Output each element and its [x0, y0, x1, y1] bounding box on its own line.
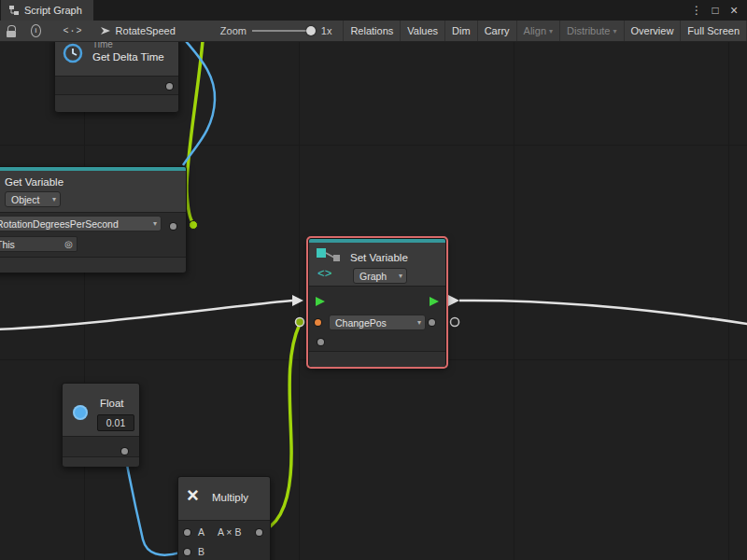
value-out-bubble[interactable]	[451, 318, 459, 327]
wire-blue-top[interactable]	[183, 41, 215, 165]
chevron-down-icon: ▾	[148, 219, 157, 228]
zoom-slider-track	[252, 30, 314, 32]
multiply-input-a-port[interactable]	[184, 529, 190, 536]
chevron-down-icon: ▾	[613, 21, 617, 41]
node-header: Get Variable Object ▾	[0, 171, 186, 213]
maximize-icon[interactable]: □	[708, 1, 723, 20]
fallback-input-port[interactable]	[317, 339, 324, 345]
relations-button[interactable]: Relations	[343, 21, 400, 41]
lime-wire-endpoint[interactable]	[190, 221, 198, 230]
tab-title: Script Graph	[24, 5, 82, 16]
scope-value: Graph	[359, 271, 387, 282]
values-button[interactable]: Values	[400, 21, 444, 41]
float-value-input[interactable]	[97, 414, 134, 431]
node-set-variable[interactable]: <> Set Variable Graph ▾ ChangePos ▾	[308, 238, 446, 367]
delta-time-output-port[interactable]	[166, 83, 173, 90]
node-header: <> Set Variable Graph ▾	[309, 243, 445, 287]
chevron-down-icon: ▾	[549, 21, 553, 41]
node-title: Get Variable	[5, 176, 63, 188]
multiply-icon: ×	[187, 483, 199, 508]
node-footer	[55, 94, 178, 112]
variable-scope-dropdown[interactable]: Object ▾	[5, 191, 61, 207]
node-get-delta-time[interactable]: Time Get Delta Time	[54, 35, 179, 112]
node-header: Time Get Delta Time	[55, 36, 178, 77]
node-title: Set Variable	[350, 252, 408, 263]
node-title: Multiply	[212, 492, 248, 503]
wire-flow-in[interactable]	[0, 301, 292, 329]
node-header: Float	[63, 384, 139, 437]
node-title: Float	[100, 398, 124, 409]
port-label-a: A	[198, 526, 204, 538]
graph-name: RotateSpeed	[116, 25, 176, 36]
full-screen-button[interactable]: Full Screen	[680, 21, 747, 41]
breadcrumb[interactable]: RotateSpeed	[100, 25, 176, 36]
lock-icon[interactable]	[7, 25, 16, 37]
variable-scope-dropdown[interactable]: Graph ▾	[353, 268, 407, 284]
flow-out-arrow-icon	[448, 295, 459, 306]
graph-pointer-icon	[100, 25, 111, 36]
zoom-label: Zoom	[220, 25, 247, 36]
flow-output-port[interactable]	[430, 297, 439, 306]
port-label-b: B	[198, 546, 204, 557]
wire-flow-out[interactable]	[459, 301, 747, 325]
port-label-result: A × B	[218, 526, 241, 538]
tab-script-graph[interactable]: Script Graph	[1, 0, 93, 21]
node-multiply[interactable]: × Multiply A A × B B	[177, 476, 271, 560]
chevron-down-icon: ▾	[413, 318, 421, 327]
object-picker-icon[interactable]: ◎	[64, 239, 73, 249]
float-type-icon	[73, 405, 88, 420]
inspect-toggle-icon[interactable]: <·>	[63, 26, 83, 36]
node-footer	[0, 257, 186, 273]
value-output-port[interactable]	[429, 319, 435, 326]
dim-button[interactable]: Dim	[444, 21, 477, 41]
window-controls: ⋮ □ ×	[689, 0, 747, 21]
value-input-port[interactable]	[315, 319, 321, 326]
zoom-slider[interactable]	[252, 25, 314, 36]
get-variable-output-port[interactable]	[170, 223, 176, 230]
multiply-input-b-port[interactable]	[184, 549, 190, 555]
node-float[interactable]: Float	[62, 383, 140, 467]
chevron-down-icon: ▾	[48, 195, 56, 203]
node-footer	[309, 351, 445, 367]
wire-lime-top[interactable]	[187, 41, 203, 223]
zoom-slider-knob[interactable]	[306, 26, 316, 35]
variable-name-value: ChangePos	[335, 317, 387, 329]
graph-toolbar: i <·> RotateSpeed Zoom 1x Relations Valu…	[0, 21, 747, 42]
overview-button[interactable]: Overview	[624, 21, 681, 41]
node-footer	[63, 456, 139, 467]
variable-source-field[interactable]: This ◎	[0, 236, 78, 252]
source-value: This	[0, 239, 15, 250]
close-icon[interactable]: ×	[726, 1, 741, 20]
carry-button[interactable]: Carry	[477, 21, 516, 41]
script-graph-icon	[8, 5, 20, 16]
svg-text:<>: <>	[317, 267, 332, 281]
multiply-output-port[interactable]	[256, 529, 262, 536]
flow-input-port[interactable]	[316, 297, 325, 306]
align-button[interactable]: Align▾	[516, 21, 559, 41]
variable-name-dropdown[interactable]: RotationDegreesPerSecond ▾	[0, 216, 162, 231]
menu-icon[interactable]: ⋮	[689, 1, 704, 20]
node-header: × Multiply	[178, 477, 270, 521]
zoom-value: 1x	[321, 25, 332, 36]
variable-name-value: RotationDegreesPerSecond	[0, 218, 119, 230]
node-get-variable[interactable]: Get Variable Object ▾ RotationDegreesPer…	[0, 166, 187, 273]
distribute-button[interactable]: Distribute▾	[559, 21, 623, 41]
flow-in-arrow-icon	[292, 295, 303, 306]
node-title: Get Delta Time	[92, 51, 164, 63]
value-in-bubble[interactable]	[296, 318, 304, 327]
variable-name-dropdown[interactable]: ChangePos ▾	[329, 315, 426, 330]
scope-value: Object	[11, 194, 39, 205]
float-output-port[interactable]	[121, 448, 128, 455]
clock-icon	[62, 42, 84, 64]
info-icon[interactable]: i	[31, 24, 41, 37]
tab-bar: Script Graph ⋮ □ ×	[0, 0, 747, 21]
chevron-down-icon: ▾	[394, 272, 402, 280]
set-variable-icon: <>	[314, 245, 349, 283]
